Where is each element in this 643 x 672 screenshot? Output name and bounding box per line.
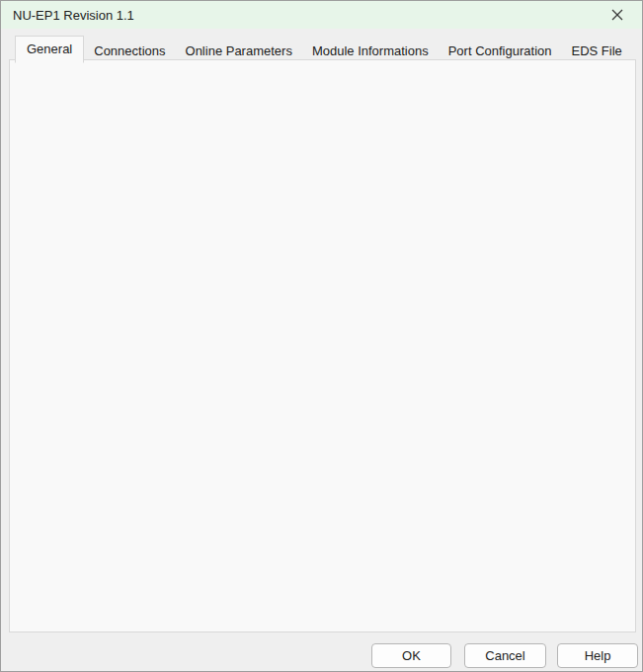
tab-general[interactable]: General: [15, 36, 84, 63]
close-button[interactable]: [599, 1, 636, 29]
title-bar: NU-EP1 Revision 1.1: [1, 1, 642, 29]
tab-module-informations[interactable]: Module Informations: [302, 40, 439, 63]
help-button[interactable]: Help: [557, 643, 638, 668]
window-title: NU-EP1 Revision 1.1: [13, 8, 134, 23]
tab-connections[interactable]: Connections: [84, 40, 175, 63]
tab-online-parameters[interactable]: Online Parameters: [176, 40, 302, 63]
tab-page-general: [9, 59, 636, 632]
tab-port-configuration[interactable]: Port Configuration: [439, 40, 562, 63]
dialog-window: NU-EP1 Revision 1.1 General Connections …: [0, 0, 643, 672]
cancel-button[interactable]: Cancel: [464, 643, 546, 668]
tab-eds-file[interactable]: EDS File: [561, 40, 631, 63]
ok-button[interactable]: OK: [371, 643, 451, 668]
close-icon: [611, 9, 623, 21]
tab-strip: General Connections Online Parameters Mo…: [15, 36, 632, 63]
